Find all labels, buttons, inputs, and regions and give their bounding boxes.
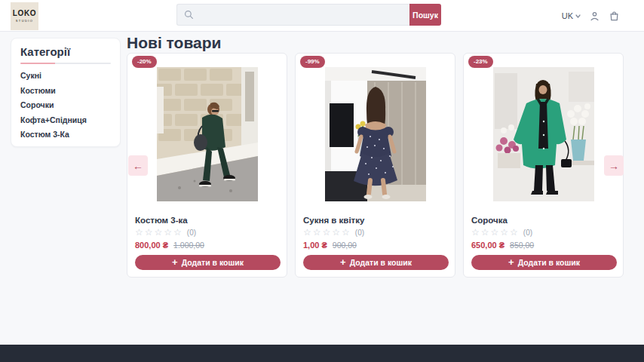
add-to-cart-label: Додати в кошик xyxy=(182,258,244,267)
product-title[interactable]: Сорочка xyxy=(471,216,508,225)
rating-count: (0) xyxy=(187,229,196,237)
product-card: -99% xyxy=(295,53,455,278)
price-row: 650,00 ₴ 850,00 xyxy=(471,241,534,250)
discount-badge: -20% xyxy=(132,56,157,68)
sidebar-item-kostyum-3ka[interactable]: Костюм 3-Ка xyxy=(20,130,111,139)
carousel-next-button[interactable]: → xyxy=(604,155,624,176)
sidebar-title: Категорії xyxy=(20,46,111,58)
product-title[interactable]: Костюм 3-ка xyxy=(135,216,188,225)
arrow-right-icon: → xyxy=(609,161,619,171)
add-to-cart-button[interactable]: + Додати в кошик xyxy=(303,255,449,270)
old-price: 900,00 xyxy=(333,241,357,250)
search-button[interactable]: Пошук xyxy=(409,4,441,26)
language-label: UK xyxy=(562,11,573,20)
language-selector[interactable]: UK xyxy=(562,11,581,20)
user-icon xyxy=(589,11,600,22)
logo-subtitle: STUDIO xyxy=(16,19,34,23)
cart-button[interactable] xyxy=(609,10,620,22)
account-button[interactable] xyxy=(589,11,600,22)
rating-row: ☆☆☆☆☆ (0) xyxy=(471,228,532,238)
sidebar-item-sorochky[interactable]: Сорочки xyxy=(20,101,111,109)
star-rating-icons: ☆☆☆☆☆ xyxy=(471,228,520,238)
rating-count: (0) xyxy=(355,229,364,237)
add-to-cart-button[interactable]: + Додати в кошик xyxy=(135,255,281,270)
sidebar-item-kostyumy[interactable]: Костюми xyxy=(20,87,111,95)
sidebar-item-kofta-spidnytsia[interactable]: Кофта+Спідниця xyxy=(20,116,111,124)
sidebar-rule xyxy=(20,63,111,64)
header: LOKO STUDIO Пошук UK xyxy=(0,0,644,32)
sidebar-items: Сукні Костюми Сорочки Кофта+Спідниця Кос… xyxy=(20,72,111,139)
star-rating-icons: ☆☆☆☆☆ xyxy=(135,228,183,238)
plus-icon: + xyxy=(508,258,514,267)
product-card: -23% xyxy=(463,53,624,278)
product-card: -20% xyxy=(127,53,287,278)
logo-title: LOKO xyxy=(13,10,36,17)
search-bar: Пошук xyxy=(176,4,441,26)
footer xyxy=(0,345,644,362)
logo[interactable]: LOKO STUDIO xyxy=(11,2,38,30)
page-title: Нові товари xyxy=(127,34,221,52)
current-price: 1,00 ₴ xyxy=(303,241,327,250)
search-input-wrap xyxy=(176,4,409,26)
old-price: 1.000,00 xyxy=(173,241,204,250)
add-to-cart-label: Додати в кошик xyxy=(350,258,412,267)
price-row: 800,00 ₴ 1.000,00 xyxy=(135,241,204,250)
add-to-cart-button[interactable]: + Додати в кошик xyxy=(471,255,617,270)
chevron-down-icon xyxy=(575,14,581,18)
discount-badge: -99% xyxy=(300,56,325,68)
product-image[interactable] xyxy=(325,67,426,201)
carousel-prev-button[interactable]: ← xyxy=(128,155,148,176)
plus-icon: + xyxy=(172,258,178,267)
product-image[interactable] xyxy=(493,67,594,201)
discount-badge: -23% xyxy=(468,56,493,68)
price-row: 1,00 ₴ 900,00 xyxy=(303,241,357,250)
plus-icon: + xyxy=(340,258,346,267)
add-to-cart-label: Додати в кошик xyxy=(518,258,580,267)
header-actions: UK xyxy=(562,0,620,32)
star-rating-icons: ☆☆☆☆☆ xyxy=(303,228,351,238)
product-image[interactable] xyxy=(157,67,258,201)
search-input[interactable] xyxy=(199,11,403,20)
rating-row: ☆☆☆☆☆ (0) xyxy=(303,228,364,238)
rating-row: ☆☆☆☆☆ (0) xyxy=(135,228,196,238)
rating-count: (0) xyxy=(523,229,532,237)
current-price: 650,00 ₴ xyxy=(471,241,504,250)
sidebar-item-sukni[interactable]: Сукні xyxy=(20,72,111,80)
product-title[interactable]: Сукня в квітку xyxy=(303,216,364,225)
shopping-bag-icon xyxy=(609,10,620,22)
arrow-left-icon: ← xyxy=(133,161,143,171)
old-price: 850,00 xyxy=(510,241,534,250)
current-price: 800,00 ₴ xyxy=(135,241,168,250)
search-icon xyxy=(184,10,194,20)
categories-sidebar: Категорії Сукні Костюми Сорочки Кофта+Сп… xyxy=(11,38,121,147)
